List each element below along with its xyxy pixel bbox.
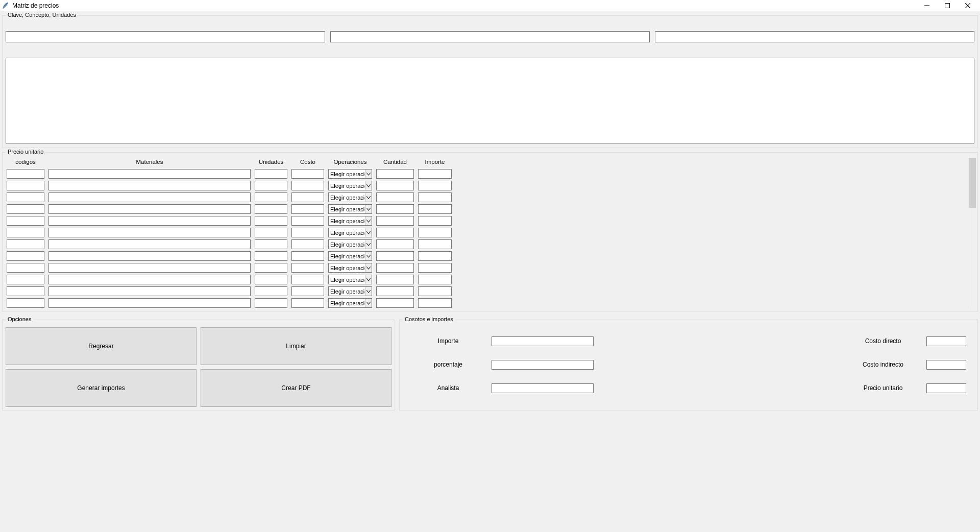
generar-importes-button[interactable]: Generar importes	[6, 369, 197, 407]
minimize-button[interactable]	[917, 0, 937, 11]
operacion-combobox[interactable]: Elegir operación	[328, 181, 372, 190]
operacion-combobox[interactable]: Elegir operación	[328, 286, 372, 296]
chevron-down-icon[interactable]	[365, 170, 372, 178]
codigo-input[interactable]	[7, 228, 44, 237]
unidad-input[interactable]	[255, 204, 287, 214]
unidad-input[interactable]	[255, 298, 287, 308]
unidad-input[interactable]	[255, 192, 287, 202]
codigo-input[interactable]	[7, 298, 44, 308]
costo-directo-input[interactable]	[926, 336, 966, 346]
operacion-combobox[interactable]: Elegir operación	[328, 239, 372, 249]
material-input[interactable]	[48, 298, 251, 308]
unidad-input[interactable]	[255, 239, 287, 249]
operacion-combobox[interactable]: Elegir operación	[328, 298, 372, 308]
codigo-input[interactable]	[7, 286, 44, 296]
importe-input[interactable]	[492, 336, 594, 346]
chevron-down-icon[interactable]	[365, 205, 372, 213]
material-input[interactable]	[48, 228, 251, 237]
importe-row-input[interactable]	[418, 275, 452, 284]
operacion-combobox[interactable]: Elegir operación	[328, 275, 372, 284]
chevron-down-icon[interactable]	[365, 240, 372, 249]
material-input[interactable]	[48, 239, 251, 249]
chevron-down-icon[interactable]	[365, 216, 372, 225]
cantidad-input[interactable]	[376, 298, 414, 308]
unidad-input[interactable]	[255, 263, 287, 273]
costo-input[interactable]	[291, 228, 324, 237]
unidad-input[interactable]	[255, 169, 287, 179]
operacion-combobox[interactable]: Elegir operación	[328, 204, 372, 214]
cantidad-input[interactable]	[376, 239, 414, 249]
cantidad-input[interactable]	[376, 192, 414, 202]
cantidad-input[interactable]	[376, 251, 414, 261]
costo-input[interactable]	[291, 192, 324, 202]
costo-input[interactable]	[291, 169, 324, 179]
importe-row-input[interactable]	[418, 251, 452, 261]
operacion-combobox[interactable]: Elegir operación	[328, 251, 372, 261]
close-button[interactable]	[958, 0, 978, 11]
importe-row-input[interactable]	[418, 169, 452, 179]
operacion-combobox[interactable]: Elegir operación	[328, 263, 372, 273]
chevron-down-icon[interactable]	[365, 228, 372, 237]
cantidad-input[interactable]	[376, 228, 414, 237]
costo-input[interactable]	[291, 286, 324, 296]
costo-input[interactable]	[291, 216, 324, 226]
costo-input[interactable]	[291, 298, 324, 308]
cantidad-input[interactable]	[376, 286, 414, 296]
operacion-combobox[interactable]: Elegir operación	[328, 216, 372, 226]
cantidad-input[interactable]	[376, 204, 414, 214]
unidad-input[interactable]	[255, 181, 287, 190]
crear-pdf-button[interactable]: Crear PDF	[201, 369, 391, 407]
importe-row-input[interactable]	[418, 181, 452, 190]
costo-input[interactable]	[291, 204, 324, 214]
unidad-input[interactable]	[255, 216, 287, 226]
costo-input[interactable]	[291, 239, 324, 249]
chevron-down-icon[interactable]	[365, 299, 372, 307]
cantidad-input[interactable]	[376, 275, 414, 284]
costo-input[interactable]	[291, 263, 324, 273]
costo-indirecto-input[interactable]	[926, 360, 966, 370]
chevron-down-icon[interactable]	[365, 252, 372, 260]
cantidad-input[interactable]	[376, 181, 414, 190]
chevron-down-icon[interactable]	[365, 181, 372, 190]
pu-vertical-scrollbar[interactable]	[968, 158, 976, 309]
costo-input[interactable]	[291, 251, 324, 261]
scrollbar-thumb[interactable]	[969, 158, 976, 208]
unidades-input[interactable]	[655, 31, 974, 42]
material-input[interactable]	[48, 251, 251, 261]
precio-unitario-input[interactable]	[926, 383, 966, 393]
codigo-input[interactable]	[7, 169, 44, 179]
importe-row-input[interactable]	[418, 204, 452, 214]
unidad-input[interactable]	[255, 286, 287, 296]
costo-input[interactable]	[291, 181, 324, 190]
limpiar-button[interactable]: Limpiar	[201, 327, 391, 365]
clave-input[interactable]	[6, 31, 325, 42]
material-input[interactable]	[48, 192, 251, 202]
operacion-combobox[interactable]: Elegir operación	[328, 228, 372, 237]
cantidad-input[interactable]	[376, 169, 414, 179]
codigo-input[interactable]	[7, 192, 44, 202]
porcentaje-input[interactable]	[492, 360, 594, 370]
material-input[interactable]	[48, 169, 251, 179]
operacion-combobox[interactable]: Elegir operación	[328, 192, 372, 202]
importe-row-input[interactable]	[418, 286, 452, 296]
material-input[interactable]	[48, 216, 251, 226]
regresar-button[interactable]: Regresar	[6, 327, 197, 365]
chevron-down-icon[interactable]	[365, 263, 372, 272]
importe-row-input[interactable]	[418, 263, 452, 273]
descripcion-textarea[interactable]	[6, 58, 974, 143]
unidad-input[interactable]	[255, 275, 287, 284]
material-input[interactable]	[48, 275, 251, 284]
cantidad-input[interactable]	[376, 216, 414, 226]
codigo-input[interactable]	[7, 263, 44, 273]
chevron-down-icon[interactable]	[365, 193, 372, 202]
cantidad-input[interactable]	[376, 263, 414, 273]
codigo-input[interactable]	[7, 275, 44, 284]
unidad-input[interactable]	[255, 251, 287, 261]
operacion-combobox[interactable]: Elegir operación	[328, 169, 372, 179]
importe-row-input[interactable]	[418, 298, 452, 308]
concepto-input[interactable]	[330, 31, 650, 42]
importe-row-input[interactable]	[418, 216, 452, 226]
codigo-input[interactable]	[7, 204, 44, 214]
costo-input[interactable]	[291, 275, 324, 284]
importe-row-input[interactable]	[418, 239, 452, 249]
